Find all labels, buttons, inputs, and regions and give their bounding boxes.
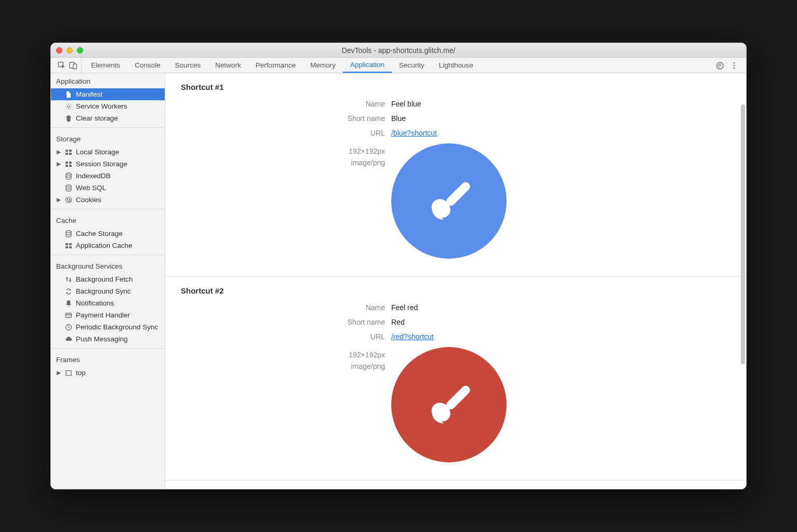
sidebar-item-local-storage[interactable]: ▶Local Storage [51,146,165,158]
trash-icon [64,115,73,122]
svg-point-3 [734,62,735,63]
sidebar-item-notifications[interactable]: Notifications [51,297,165,309]
sidebar-item-label: Cookies [76,196,101,204]
expand-arrow-icon[interactable]: ▶ [56,149,61,155]
sidebar-item-background-fetch[interactable]: Background Fetch [51,273,165,285]
svg-rect-30 [445,180,472,207]
icon-meta: 192×192pximage/png [165,143,391,169]
svg-rect-32 [445,383,472,411]
field-value-name: Feel blue [391,100,421,108]
svg-point-22 [66,231,71,233]
sidebar-item-label: Payment Handler [76,311,130,319]
field-value-url: /red?shortcut [391,332,434,341]
device-toolbar-icon[interactable] [69,61,78,70]
sidebar-item-push-messaging[interactable]: Push Messaging [51,333,165,345]
sidebar-item-label: Cache Storage [76,230,123,237]
expand-arrow-icon[interactable]: ▶ [56,369,61,376]
sidebar-section-storage: Storage [51,131,165,146]
sidebar-item-payment-handler[interactable]: Payment Handler [51,309,165,321]
svg-rect-13 [65,165,68,167]
inspect-element-icon[interactable] [57,61,67,70]
tab-security[interactable]: Security [392,58,432,73]
sidebar-item-clear-storage[interactable]: Clear storage [51,112,165,124]
tab-elements[interactable]: Elements [84,58,127,73]
scrollbar[interactable] [741,104,745,364]
svg-point-5 [734,67,735,69]
bell-icon [64,300,73,307]
svg-point-4 [734,64,735,66]
shortcut-icon-preview [391,143,507,259]
field-value-shortname: Red [391,318,405,326]
sidebar-item-label: Local Storage [76,148,119,156]
shortcut-block: Shortcut #2NameFeel redShort nameRedURL/… [165,277,746,481]
svg-rect-14 [69,165,72,167]
field-label: Name [165,100,391,108]
sidebar-item-indexeddb[interactable]: IndexedDB [51,170,165,182]
sidebar-item-application-cache[interactable]: Application Cache [51,240,165,251]
sidebar-item-cookies[interactable]: ▶Cookies [51,194,165,206]
tab-application[interactable]: Application [343,58,392,73]
shortcut-url-link[interactable]: /blue?shortcut [391,129,437,137]
sidebar-item-label: Clear storage [76,114,118,122]
sidebar-item-manifest[interactable]: Manifest [51,88,165,100]
sidebar-item-session-storage[interactable]: ▶Session Storage [51,158,165,170]
sidebar-item-periodic-background-sync[interactable]: Periodic Background Sync [51,321,165,333]
sidebar-item-label: Push Messaging [76,335,128,343]
sidebar-section-cache: Cache [51,212,165,228]
svg-rect-9 [65,153,68,155]
toolbar-left [54,58,82,73]
toolbar-right [711,61,743,70]
devtools-tabbar: ElementsConsoleSourcesNetworkPerformance… [51,58,746,73]
field-label: Short name [165,318,391,326]
cookie-icon [64,196,73,204]
updown-icon [64,276,73,283]
settings-icon[interactable] [715,61,724,70]
field-label: URL [165,332,391,341]
sidebar-section-frames: Frames [51,352,165,367]
tab-lighthouse[interactable]: Lighthouse [432,58,481,73]
svg-rect-29 [66,370,71,375]
brush-icon [418,373,480,437]
svg-rect-26 [69,246,72,248]
tab-memory[interactable]: Memory [303,58,343,73]
expand-arrow-icon[interactable]: ▶ [56,161,61,167]
sidebar-item-label: Service Workers [76,102,127,110]
svg-rect-8 [69,150,72,152]
sidebar-item-service-workers[interactable]: Service Workers [51,100,165,112]
svg-point-21 [70,201,71,202]
clock-icon [64,324,73,331]
sync-icon [64,288,73,295]
card-icon [64,312,73,319]
sidebar-item-cache-storage[interactable]: Cache Storage [51,228,165,240]
grid-icon [64,161,73,168]
sidebar-item-label: Periodic Background Sync [76,323,158,331]
svg-rect-23 [65,243,68,245]
tab-sources[interactable]: Sources [168,58,208,73]
application-content: Shortcut #1NameFeel blueShort nameBlueUR… [165,73,746,489]
sidebar-item-label: top [76,369,86,377]
field-value-name: Feel red [391,303,418,312]
expand-arrow-icon[interactable]: ▶ [56,196,61,203]
shortcut-block: Shortcut #1NameFeel blueShort nameBlueUR… [165,73,746,277]
sidebar-item-label: Notifications [76,299,114,307]
sidebar-item-top[interactable]: ▶top [51,367,165,379]
field-value-shortname: Blue [391,114,406,123]
sidebar-item-web-sql[interactable]: Web SQL [51,182,165,194]
db-icon [64,172,73,180]
tab-console[interactable]: Console [127,58,168,73]
svg-point-19 [69,199,70,200]
devtools-window: DevTools - app-shortcuts.glitch.me/ Elem… [50,43,747,489]
sidebar-item-background-sync[interactable]: Background Sync [51,285,165,297]
sidebar-item-label: Session Storage [76,160,127,168]
window-title: DevTools - app-shortcuts.glitch.me/ [51,46,746,55]
tab-network[interactable]: Network [208,58,248,73]
field-label: Name [165,303,391,312]
svg-point-16 [66,185,71,187]
svg-rect-27 [66,313,72,317]
tab-performance[interactable]: Performance [248,58,303,73]
sidebar-item-label: Manifest [76,90,102,98]
titlebar: DevTools - app-shortcuts.glitch.me/ [51,43,746,58]
shortcut-url-link[interactable]: /red?shortcut [391,332,434,341]
more-menu-icon[interactable] [729,61,739,70]
svg-point-20 [68,201,69,202]
